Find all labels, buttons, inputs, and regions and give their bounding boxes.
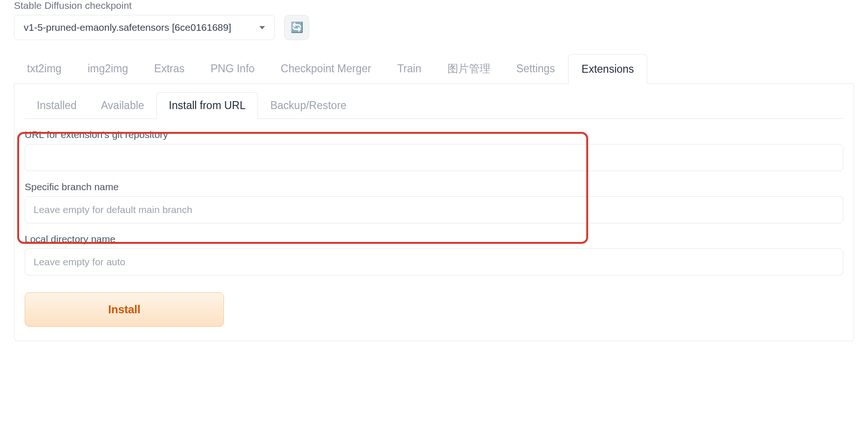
- main-tabs: txt2img img2img Extras PNG Info Checkpoi…: [14, 54, 854, 84]
- branch-input[interactable]: [25, 196, 843, 223]
- tab-train[interactable]: Train: [384, 54, 434, 83]
- tab-settings[interactable]: Settings: [503, 54, 568, 83]
- url-input[interactable]: [25, 144, 843, 171]
- tab-extensions[interactable]: Extensions: [568, 54, 648, 84]
- checkpoint-value: v1-5-pruned-emaonly.safetensors [6ce0161…: [24, 22, 231, 33]
- branch-field-group: Specific branch name: [25, 181, 843, 223]
- extensions-panel: Installed Available Install from URL Bac…: [14, 84, 854, 341]
- chevron-down-icon: [259, 26, 265, 29]
- subtab-install-from-url[interactable]: Install from URL: [156, 92, 258, 119]
- url-field-group: URL for extension's git repository: [25, 129, 843, 171]
- checkpoint-dropdown[interactable]: v1-5-pruned-emaonly.safetensors [6ce0161…: [14, 15, 275, 40]
- tab-txt2img[interactable]: txt2img: [14, 54, 75, 83]
- subtab-backup-restore[interactable]: Backup/Restore: [258, 92, 359, 118]
- subtab-installed[interactable]: Installed: [25, 92, 89, 118]
- tab-image-manager[interactable]: 图片管理: [434, 54, 503, 83]
- localdir-field-group: Local directory name: [25, 234, 843, 276]
- install-button[interactable]: Install: [25, 292, 224, 327]
- tab-img2img[interactable]: img2img: [75, 54, 141, 83]
- refresh-button[interactable]: 🔄: [284, 15, 309, 40]
- tab-checkpoint-merger[interactable]: Checkpoint Merger: [268, 54, 384, 83]
- localdir-label: Local directory name: [25, 234, 843, 245]
- checkpoint-row: v1-5-pruned-emaonly.safetensors [6ce0161…: [14, 15, 854, 40]
- checkpoint-section: Stable Diffusion checkpoint v1-5-pruned-…: [14, 0, 854, 40]
- refresh-icon: 🔄: [291, 21, 303, 34]
- checkpoint-label: Stable Diffusion checkpoint: [14, 0, 854, 11]
- install-from-url-form: URL for extension's git repository Speci…: [25, 129, 843, 327]
- tab-png-info[interactable]: PNG Info: [197, 54, 268, 83]
- subtab-available[interactable]: Available: [89, 92, 156, 118]
- url-label: URL for extension's git repository: [25, 129, 843, 140]
- extensions-sub-tabs: Installed Available Install from URL Bac…: [25, 92, 843, 119]
- localdir-input[interactable]: [25, 248, 843, 276]
- tab-extras[interactable]: Extras: [141, 54, 197, 83]
- branch-label: Specific branch name: [25, 181, 843, 193]
